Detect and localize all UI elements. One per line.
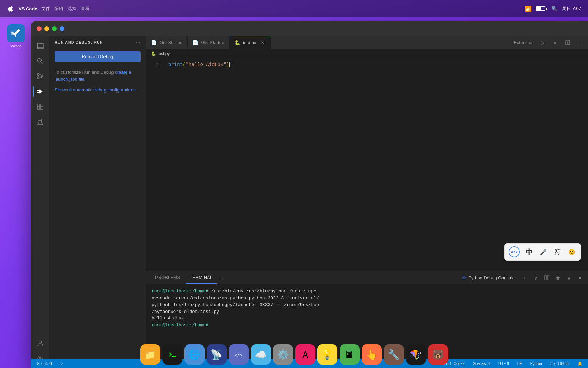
terminal-line-4: /pythonWorkFolder/test.py <box>152 308 582 315</box>
dock-bulb[interactable]: 💡 <box>317 344 337 365</box>
sidebar-item-run-debug[interactable] <box>33 85 47 98</box>
terminal-line-6: root@localhost:/home# <box>152 322 582 329</box>
dock-kuma[interactable]: 🐻 <box>428 344 448 365</box>
tab-close-button[interactable]: ✕ <box>260 40 266 46</box>
activity-bar <box>31 36 49 368</box>
python-debug-gear-icon: ⚙ <box>462 275 466 280</box>
ime-panel: iFLY 中 🎤 符 😊 <box>504 243 581 261</box>
macos-topbar: VS Code 文件 编辑 选择 查看 📶 🔍 周日 7:07 <box>0 0 588 17</box>
file-icon: 🐍 <box>151 51 156 56</box>
ime-emoji-button[interactable]: 😊 <box>567 247 577 257</box>
terminal-line-3: pythonFiles/lib/python/debugpy/launcher … <box>152 301 582 308</box>
breadcrumb-item: 🐍 test.py <box>151 51 170 56</box>
wifi-icon: 📶 <box>525 6 532 12</box>
tab-get-started-1[interactable]: 📄 Get Started <box>146 36 188 49</box>
sidebar-item-source-control[interactable] <box>33 69 47 83</box>
breadcrumb: 🐍 test.py <box>146 49 588 58</box>
svg-marker-6 <box>39 89 43 94</box>
macos-bar-left: VS Code 文件 编辑 选择 查看 <box>7 5 90 12</box>
terminal-line-5: hello AidLux <box>152 315 582 322</box>
tab-problems[interactable]: PROBLEMS <box>151 271 184 284</box>
sidebar-item-test[interactable] <box>33 115 47 129</box>
dock-font[interactable]: Ａ <box>295 344 315 365</box>
terminal-close-button[interactable]: ✕ <box>576 273 585 282</box>
main-layout: RUN AND DEBUG: RUN ··· Run and Debug To … <box>31 36 588 368</box>
code-content[interactable]: print("hello AidLux") <box>163 61 588 268</box>
tab-bar-actions: Extensior ▷ ∨ ··· <box>508 36 588 49</box>
vscode-label: vscode <box>3 44 28 48</box>
terminal-more-button[interactable]: ··· <box>218 275 225 281</box>
ifly-logo[interactable]: iFLY <box>509 246 520 257</box>
dock-files[interactable]: 📁 <box>140 344 160 365</box>
sidebar-item-explorer[interactable] <box>33 39 47 53</box>
terminal-tab-bar: PROBLEMS TERMINAL ··· ⚙ Python Debug Con… <box>146 271 588 284</box>
run-and-debug-button[interactable]: Run and Debug <box>55 51 141 62</box>
sidebar-header: RUN AND DEBUG: RUN ··· <box>49 36 146 49</box>
tab-icon-3: 🐍 <box>234 40 240 45</box>
tab-bar: 📄 Get Started 📄 Get Started 🐍 test.py ✕ … <box>146 36 588 49</box>
run-file-button[interactable]: ▷ <box>538 38 547 47</box>
dock-touch[interactable]: 👆 <box>362 344 382 365</box>
menu-file[interactable]: 文件 <box>41 6 50 12</box>
svg-rect-16 <box>566 41 567 45</box>
dock-cloud[interactable]: ☁️ <box>251 344 271 365</box>
run-menu-button[interactable]: ∨ <box>551 38 560 47</box>
dock-kite[interactable]: 🪁 <box>406 344 426 365</box>
ime-chinese-button[interactable]: 中 <box>525 246 534 257</box>
sidebar-more-button[interactable]: ··· <box>136 39 141 45</box>
sidebar: RUN AND DEBUG: RUN ··· Run and Debug To … <box>49 36 146 368</box>
sidebar-item-extensions[interactable] <box>33 100 47 114</box>
tab-icon-1: 📄 <box>151 40 157 45</box>
dock-remote[interactable]: 📡 <box>207 344 227 365</box>
dock-tools[interactable]: 🔧 <box>384 344 404 365</box>
fourth-button[interactable] <box>60 26 64 31</box>
apple-icon[interactable] <box>7 5 15 12</box>
traffic-lights <box>37 26 64 31</box>
python-debug-text: Python Debug Console <box>468 275 515 280</box>
extension-label: Extensior <box>512 40 535 45</box>
search-menu-icon[interactable]: 🔍 <box>551 6 558 12</box>
dock-terminal[interactable] <box>162 344 182 365</box>
tab-get-started-2[interactable]: 📄 Get Started <box>188 36 229 49</box>
terminal-collapse-button[interactable]: ∧ <box>564 273 573 282</box>
svg-point-14 <box>39 341 42 343</box>
ime-mic-button[interactable]: 🎤 <box>539 247 548 257</box>
dock-gear[interactable]: ⚙️ <box>273 344 293 365</box>
close-button[interactable] <box>37 26 42 31</box>
sidebar-title: RUN AND DEBUG: RUN <box>55 40 133 44</box>
dock-network[interactable]: 🌐 <box>184 344 205 365</box>
dock-calc[interactable]: 🖩 <box>340 344 360 365</box>
clock-display: 周日 7:07 <box>562 6 581 12</box>
tab-label-2: Get Started <box>201 40 224 45</box>
terminal-dropdown-button[interactable]: ∨ <box>531 273 540 282</box>
svg-rect-10 <box>40 104 43 106</box>
show-auto-debug-link[interactable]: Show all automatic debug configurations. <box>49 87 146 99</box>
battery-indicator <box>536 6 547 11</box>
terminal-trash-button[interactable]: 🗑 <box>553 273 562 282</box>
svg-point-7 <box>37 90 39 93</box>
maximize-button[interactable] <box>52 26 57 31</box>
minimize-button[interactable] <box>44 26 49 31</box>
terminal-prompt-1: root@localhost:/home# <box>152 289 208 294</box>
ime-symbol-button[interactable]: 符 <box>553 246 562 257</box>
sidebar-description: To customize Run and Debug create a laun… <box>49 65 146 87</box>
menu-selection[interactable]: 选择 <box>67 6 76 12</box>
terminal-add-button[interactable]: + <box>520 273 529 282</box>
macos-bar-right: 📶 🔍 周日 7:07 <box>525 6 581 12</box>
editor-area: 📄 Get Started 📄 Get Started 🐍 test.py ✕ … <box>146 36 588 368</box>
svg-rect-20 <box>167 349 178 360</box>
menu-edit[interactable]: 编辑 <box>54 6 63 12</box>
dock: 📁 🌐 📡 </> ☁️ ⚙️ Ａ 💡 🖩 👆 🔧 🪁 🐻 <box>0 344 588 365</box>
split-editor-button[interactable] <box>563 38 572 47</box>
tab-test-py[interactable]: 🐍 test.py ✕ <box>229 36 271 49</box>
menu-view[interactable]: 查看 <box>81 6 90 12</box>
code-editor[interactable]: 1 print("hello AidLux") <box>146 58 588 271</box>
svg-line-1 <box>41 62 43 64</box>
title-bar <box>31 21 588 36</box>
terminal-split-button[interactable] <box>542 273 551 282</box>
more-actions-button[interactable]: ··· <box>576 38 585 47</box>
sidebar-item-search[interactable] <box>33 54 47 68</box>
dock-code[interactable]: </> <box>229 344 249 365</box>
vscode-app-icon[interactable] <box>7 24 25 42</box>
tab-terminal[interactable]: TERMINAL <box>186 271 217 284</box>
